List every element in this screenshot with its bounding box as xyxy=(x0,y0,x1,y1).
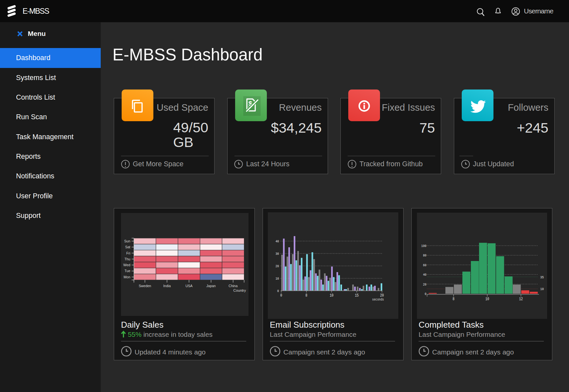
svg-text:Sweden: Sweden xyxy=(139,284,151,288)
svg-text:China: China xyxy=(229,284,238,288)
svg-text:8: 8 xyxy=(305,293,307,298)
svg-text:Thu: Thu xyxy=(124,257,130,261)
svg-text:Japan: Japan xyxy=(206,284,216,288)
svg-text:12: 12 xyxy=(519,297,523,302)
svg-text:India: India xyxy=(163,284,171,288)
svg-text:seconds: seconds xyxy=(372,298,384,302)
svg-text:Mon: Mon xyxy=(124,275,130,279)
svg-text:40: 40 xyxy=(423,272,426,277)
svg-text:0: 0 xyxy=(280,293,282,298)
svg-text:20: 20 xyxy=(275,264,279,268)
svg-text:30: 30 xyxy=(275,252,279,256)
svg-text:USA: USA xyxy=(185,284,193,288)
svg-text:10: 10 xyxy=(330,293,334,298)
svg-text:Tue: Tue xyxy=(125,269,130,273)
svg-text:Sun: Sun xyxy=(124,239,130,243)
svg-text:35: 35 xyxy=(540,275,544,279)
svg-text:Country: Country xyxy=(233,288,246,292)
svg-text:40: 40 xyxy=(275,239,279,243)
svg-text:10: 10 xyxy=(540,287,544,291)
svg-text:Sat: Sat xyxy=(125,245,130,249)
svg-text:20: 20 xyxy=(423,282,426,286)
svg-text:0: 0 xyxy=(425,292,426,296)
svg-text:10: 10 xyxy=(275,276,279,281)
svg-text:80: 80 xyxy=(423,253,426,257)
svg-text:8: 8 xyxy=(453,297,455,302)
svg-text:Wed: Wed xyxy=(123,263,130,267)
svg-text:Fri: Fri xyxy=(126,251,130,255)
svg-text:10: 10 xyxy=(485,297,489,302)
svg-text:15: 15 xyxy=(355,293,359,298)
svg-text:20: 20 xyxy=(380,293,384,298)
svg-text:0: 0 xyxy=(277,289,279,293)
svg-text:100: 100 xyxy=(421,244,426,248)
svg-text:60: 60 xyxy=(423,263,426,267)
